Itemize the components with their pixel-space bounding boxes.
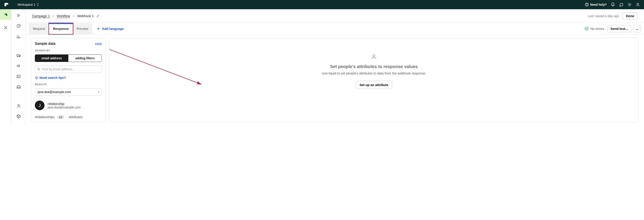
add-language-label: Add language [102, 27, 124, 31]
subtab-relationships[interactable]: Relationships 14 [35, 115, 64, 119]
send-test-button[interactable]: Send test... [607, 25, 631, 32]
last-saved-text: Last saved a day ago [588, 14, 619, 18]
secondary-nav-rail [12, 9, 26, 126]
svg-rect-9 [17, 75, 20, 78]
expand-icon[interactable] [16, 13, 21, 18]
subtab-attributes[interactable]: Attributes [69, 115, 82, 119]
results-select[interactable]: jane.doe@example.com [35, 88, 102, 96]
tab-bar: Request Response Preview Add language No… [26, 23, 644, 35]
plus-icon [96, 27, 100, 31]
search-tips-label: Need search tips? [40, 76, 66, 79]
svg-point-10 [18, 104, 19, 106]
relationships-count-badge: 14 [57, 115, 64, 119]
rail-cross-item[interactable] [0, 23, 12, 32]
rail-home-active[interactable] [0, 9, 12, 20]
add-language-button[interactable]: Add language [96, 27, 124, 31]
breadcrumb-campaign[interactable]: Campaign 1 [32, 14, 50, 18]
more-button[interactable]: ... [633, 25, 641, 32]
page-header: Campaign 1 Workflow Webhook 1 Last saved… [26, 9, 644, 23]
help-circle-icon [585, 3, 589, 7]
toggle-email-address[interactable]: email address [35, 55, 68, 62]
tab-preview[interactable]: Preview [73, 23, 92, 34]
svg-point-2 [629, 4, 630, 5]
done-button[interactable]: Done [622, 12, 638, 20]
sample-data-panel: Sample data Hide SEARCH BY email address… [31, 38, 106, 123]
pencil-icon[interactable] [96, 14, 100, 18]
tab-response[interactable]: Response [49, 23, 73, 34]
sample-data-title: Sample data [35, 42, 56, 46]
work-area: Sample data Hide SEARCH BY email address… [26, 35, 644, 126]
search-tips-link[interactable]: Need search tips? [35, 76, 102, 79]
svg-rect-6 [17, 55, 19, 56]
response-main-panel: Set people's attributes to response valu… [109, 38, 639, 123]
help-circle-icon [35, 76, 38, 79]
person-subtabs: Relationships 14 Attributes [35, 115, 102, 119]
setup-attribute-button[interactable]: Set up an attribute [356, 81, 392, 89]
gear-icon[interactable] [627, 3, 632, 7]
tab-request[interactable]: Request [29, 23, 49, 34]
svg-line-15 [109, 38, 201, 84]
inbox-icon[interactable] [16, 85, 21, 89]
bar-chart-icon[interactable] [16, 34, 21, 39]
svg-point-5 [18, 26, 19, 26]
person-large-icon [371, 54, 377, 60]
need-help-button[interactable]: Need help? [585, 3, 607, 7]
chat-icon[interactable] [619, 3, 624, 7]
svg-point-11 [585, 27, 588, 30]
search-by-label: SEARCH BY [35, 49, 102, 52]
svg-point-14 [36, 78, 36, 79]
megaphone-icon[interactable] [16, 64, 21, 68]
hide-link[interactable]: Hide [95, 42, 102, 46]
svg-point-3 [637, 3, 639, 5]
chevron-right-icon [72, 15, 75, 17]
need-help-label: Need help? [590, 3, 607, 6]
search-icon [37, 67, 40, 71]
app-logo-icon [4, 2, 9, 7]
terminal-icon[interactable] [16, 74, 21, 79]
svg-point-8 [19, 56, 20, 57]
svg-point-7 [17, 56, 18, 57]
gauge-icon[interactable] [16, 24, 21, 28]
check-circle-icon [584, 26, 589, 31]
bell-icon[interactable] [611, 3, 615, 7]
no-errors-label: No errors [590, 27, 604, 31]
results-label: RESULTS [35, 83, 102, 86]
no-errors-indicator: No errors [584, 26, 604, 31]
avatar: J [35, 100, 44, 110]
svg-point-16 [373, 55, 375, 57]
person-row: J relationship jane.doe@example.com [35, 100, 102, 110]
breadcrumb-current: Webhook 1 [77, 14, 94, 18]
chevron-right-icon [52, 15, 54, 17]
search-by-toggle: email address adding filters [35, 54, 102, 62]
breadcrumb-workflow[interactable]: Workflow [57, 14, 70, 18]
leaf-icon [3, 12, 8, 17]
svg-point-1 [586, 6, 587, 6]
subtab-relationships-label: Relationships [35, 115, 54, 119]
topbar: Workspace 1 Need help? [0, 0, 644, 9]
person-icon[interactable] [16, 104, 21, 108]
truck-icon[interactable] [16, 53, 21, 58]
x-icon [4, 26, 8, 30]
annotation-arrow [109, 38, 328, 115]
chevron-updown-icon [36, 3, 39, 6]
toggle-adding-filters[interactable]: adding filters [68, 55, 102, 62]
cube-icon[interactable] [16, 114, 21, 119]
breadcrumb: Campaign 1 Workflow Webhook 1 [32, 14, 100, 18]
search-input[interactable] [35, 65, 102, 73]
svg-point-12 [38, 68, 40, 70]
person-relationship: relationship [48, 102, 80, 105]
person-email: jane.doe@example.com [48, 105, 80, 109]
main-panel-subtitle: Use liquid to set people's attributes to… [322, 71, 426, 75]
main-panel-title: Set people's attributes to response valu… [330, 64, 418, 69]
workspace-name: Workspace 1 [18, 3, 35, 6]
primary-nav-rail [0, 9, 12, 126]
user-icon[interactable] [636, 3, 640, 7]
workspace-selector[interactable]: Workspace 1 [18, 3, 39, 6]
